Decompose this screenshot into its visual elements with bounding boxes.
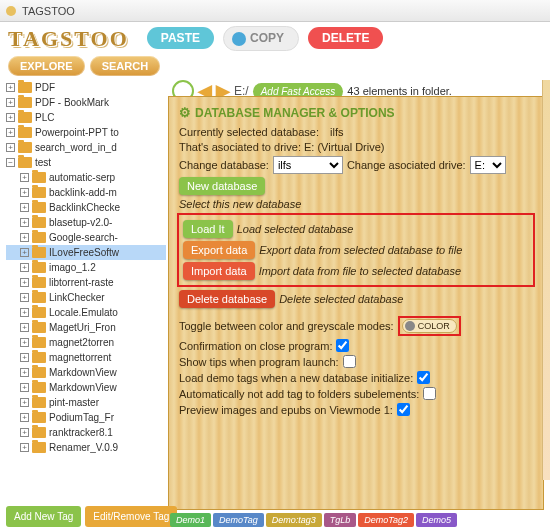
- color-toggle[interactable]: COLOR: [402, 319, 457, 333]
- export-data-button[interactable]: Export data: [183, 241, 255, 259]
- export-desc: Export data from selected database to fi…: [259, 244, 462, 256]
- expand-icon[interactable]: +: [6, 143, 15, 152]
- tree-item[interactable]: +PDF - BookMark: [6, 95, 166, 110]
- expand-icon[interactable]: +: [20, 173, 29, 182]
- expand-icon[interactable]: +: [20, 323, 29, 332]
- tree-item[interactable]: +search_word_in_d: [6, 140, 166, 155]
- copy-button[interactable]: COPY: [223, 26, 299, 51]
- folder-icon: [18, 127, 32, 138]
- delete-button[interactable]: DELETE: [308, 27, 383, 49]
- tree-item[interactable]: +MarkdownView: [6, 380, 166, 395]
- tree-item[interactable]: −test: [6, 155, 166, 170]
- folder-icon: [18, 82, 32, 93]
- tree-item[interactable]: +automatic-serp: [6, 170, 166, 185]
- expand-icon[interactable]: +: [6, 128, 15, 137]
- tree-item[interactable]: +magnettorrent: [6, 350, 166, 365]
- tree-label: MarkdownView: [49, 382, 117, 393]
- tree-item[interactable]: +Renamer_V.0.9: [6, 440, 166, 455]
- expand-icon[interactable]: +: [20, 263, 29, 272]
- opt-show-tips: Show tips when program launch:: [179, 356, 339, 368]
- add-new-tag-button[interactable]: Add New Tag: [6, 506, 81, 527]
- new-database-button[interactable]: New database: [179, 177, 265, 195]
- tree-label: PodiumTag_Fr: [49, 412, 114, 423]
- expand-icon[interactable]: +: [20, 278, 29, 287]
- tree-item[interactable]: +Google-search-: [6, 230, 166, 245]
- auto-notag-checkbox[interactable]: [423, 387, 436, 400]
- expand-icon[interactable]: +: [6, 113, 15, 122]
- demo-tag[interactable]: DemoTag: [213, 513, 264, 527]
- expand-icon[interactable]: +: [20, 203, 29, 212]
- demo-tag[interactable]: Demo1: [170, 513, 211, 527]
- expand-icon[interactable]: +: [20, 398, 29, 407]
- explore-tab[interactable]: EXPLORE: [8, 56, 85, 76]
- expand-icon[interactable]: +: [20, 353, 29, 362]
- show-tips-checkbox[interactable]: [343, 355, 356, 368]
- folder-icon: [32, 247, 46, 258]
- side-strip: [542, 80, 550, 480]
- demo-tags-checkbox[interactable]: [417, 371, 430, 384]
- expand-icon[interactable]: +: [20, 233, 29, 242]
- folder-icon: [32, 292, 46, 303]
- search-tab[interactable]: SEARCH: [90, 56, 160, 76]
- expand-icon[interactable]: +: [20, 188, 29, 197]
- tree-label: Powerpoint-PPT to: [35, 127, 119, 138]
- folder-tree[interactable]: +PDF+PDF - BookMark+PLC+Powerpoint-PPT t…: [0, 78, 168, 531]
- change-drive-select[interactable]: E:: [470, 156, 506, 174]
- toggle-ball-icon: [405, 321, 415, 331]
- tree-item[interactable]: +MarkdownView: [6, 365, 166, 380]
- demo-tag[interactable]: Demo5: [416, 513, 457, 527]
- delete-database-button[interactable]: Delete database: [179, 290, 275, 308]
- tree-item[interactable]: +pint-master: [6, 395, 166, 410]
- tree-item[interactable]: +BacklinkChecke: [6, 200, 166, 215]
- change-db-select[interactable]: ilfs: [273, 156, 343, 174]
- tree-label: ranktracker8.1: [49, 427, 113, 438]
- expand-icon[interactable]: +: [20, 248, 29, 257]
- tree-item[interactable]: +PLC: [6, 110, 166, 125]
- tree-item[interactable]: +magnet2torren: [6, 335, 166, 350]
- folder-icon: [32, 172, 46, 183]
- paste-button[interactable]: PASTE: [147, 27, 214, 49]
- tree-item[interactable]: +backlink-add-m: [6, 185, 166, 200]
- tree-item[interactable]: +Powerpoint-PPT to: [6, 125, 166, 140]
- demo-tag[interactable]: DemoTag2: [358, 513, 414, 527]
- gear-icon: ⚙: [179, 105, 191, 120]
- confirm-close-checkbox[interactable]: [336, 339, 349, 352]
- preview-checkbox[interactable]: [397, 403, 410, 416]
- tree-item[interactable]: +ILoveFreeSoftw: [6, 245, 166, 260]
- folder-icon: [32, 217, 46, 228]
- load-it-button[interactable]: Load It: [183, 220, 233, 238]
- tree-label: Renamer_V.0.9: [49, 442, 118, 453]
- tree-item[interactable]: +blasetup-v2.0-: [6, 215, 166, 230]
- tree-item[interactable]: +libtorrent-raste: [6, 275, 166, 290]
- folder-icon: [18, 157, 32, 168]
- expand-icon[interactable]: +: [6, 98, 15, 107]
- tree-item[interactable]: +PodiumTag_Fr: [6, 410, 166, 425]
- bottom-left-buttons: Add New Tag Edit/Remove Tag: [6, 506, 177, 527]
- folder-icon: [32, 427, 46, 438]
- expand-icon[interactable]: +: [20, 293, 29, 302]
- expand-icon[interactable]: +: [20, 338, 29, 347]
- expand-icon[interactable]: +: [20, 428, 29, 437]
- tree-item[interactable]: +PDF: [6, 80, 166, 95]
- opt-demo-tags: Load demo tags when a new database initi…: [179, 372, 413, 384]
- tree-item[interactable]: +imago_1.2: [6, 260, 166, 275]
- change-drive-label: Change asociated drive:: [347, 159, 466, 171]
- demo-tag[interactable]: TgLb: [324, 513, 357, 527]
- expand-icon[interactable]: +: [20, 443, 29, 452]
- tree-item[interactable]: +MagetUri_Fron: [6, 320, 166, 335]
- expand-icon[interactable]: +: [20, 308, 29, 317]
- tree-item[interactable]: +LinkChecker: [6, 290, 166, 305]
- expand-icon[interactable]: +: [20, 383, 29, 392]
- expand-icon[interactable]: +: [20, 368, 29, 377]
- load-it-desc: Load selected database: [237, 223, 354, 235]
- expand-icon[interactable]: +: [20, 218, 29, 227]
- tree-item[interactable]: +ranktracker8.1: [6, 425, 166, 440]
- logo: TAGSTOO: [8, 26, 129, 52]
- expand-icon[interactable]: +: [6, 83, 15, 92]
- import-data-button[interactable]: Import data: [183, 262, 255, 280]
- edit-remove-tag-button[interactable]: Edit/Remove Tag: [85, 506, 177, 527]
- expand-icon[interactable]: +: [20, 413, 29, 422]
- tree-item[interactable]: +Locale.Emulato: [6, 305, 166, 320]
- expand-icon[interactable]: −: [6, 158, 15, 167]
- demo-tag[interactable]: Demo:tag3: [266, 513, 322, 527]
